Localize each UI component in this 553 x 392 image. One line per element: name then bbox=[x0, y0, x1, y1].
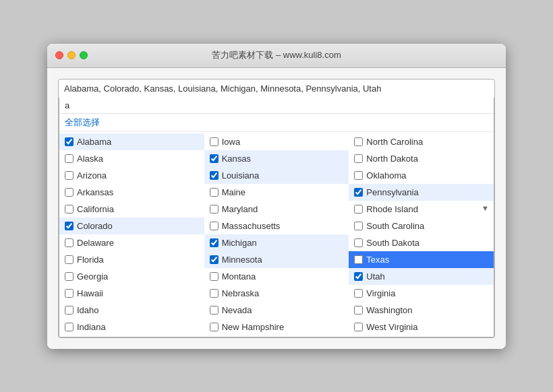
checkbox-Utah[interactable] bbox=[354, 272, 363, 281]
label-Washington: Washington bbox=[366, 305, 412, 315]
option-Iowa[interactable]: Iowa bbox=[204, 133, 349, 150]
checkbox-Massachusetts[interactable] bbox=[210, 222, 219, 230]
checkbox-Michigan[interactable] bbox=[210, 238, 219, 247]
option-Kansas[interactable]: Kansas bbox=[204, 150, 349, 167]
checkbox-SouthCarolina[interactable] bbox=[354, 222, 363, 230]
option-California[interactable]: California bbox=[59, 201, 204, 218]
label-Indiana: Indiana bbox=[77, 322, 106, 332]
option-Alabama[interactable]: Alabama bbox=[59, 133, 204, 150]
checkbox-Florida[interactable] bbox=[65, 255, 74, 264]
label-Louisiana: Louisiana bbox=[222, 170, 260, 181]
option-Florida[interactable]: Florida bbox=[59, 251, 204, 268]
checkbox-Texas[interactable] bbox=[354, 255, 363, 264]
checkbox-RhodeIsland[interactable] bbox=[354, 205, 363, 214]
option-Hawaii[interactable]: Hawaii bbox=[59, 285, 204, 302]
option-NorthCarolina[interactable]: North Carolina bbox=[349, 133, 494, 150]
option-Virginia[interactable]: Virginia bbox=[349, 285, 494, 302]
option-Montana[interactable]: Montana bbox=[204, 268, 349, 285]
label-Maine: Maine bbox=[222, 187, 245, 197]
checkbox-Pennsylvania[interactable] bbox=[354, 188, 363, 197]
checkbox-Iowa[interactable] bbox=[210, 137, 219, 146]
label-Oklahoma: Oklahoma bbox=[366, 170, 406, 181]
option-Utah[interactable]: Utah bbox=[349, 268, 494, 285]
checkbox-NorthCarolina[interactable] bbox=[354, 137, 363, 146]
checkbox-Hawaii[interactable] bbox=[65, 289, 74, 298]
checkbox-Alaska[interactable] bbox=[65, 154, 74, 163]
maximize-button[interactable] bbox=[80, 51, 88, 59]
checkbox-Alabama[interactable] bbox=[65, 137, 74, 146]
label-Iowa: Iowa bbox=[222, 137, 240, 147]
checkbox-Minnesota[interactable] bbox=[210, 255, 219, 264]
option-Minnesota[interactable]: Minnesota bbox=[204, 251, 349, 268]
option-Washington[interactable]: Washington bbox=[349, 302, 494, 319]
select-all-option[interactable]: 全部选择 bbox=[59, 114, 494, 132]
option-Maine[interactable]: Maine bbox=[204, 184, 349, 201]
option-Maryland[interactable]: Maryland bbox=[204, 201, 349, 218]
checkbox-Idaho[interactable] bbox=[65, 306, 74, 315]
label-Colorado: Colorado bbox=[77, 221, 113, 231]
option-Louisiana[interactable]: Louisiana bbox=[204, 167, 349, 184]
option-NorthDakota[interactable]: North Dakota bbox=[349, 150, 494, 167]
option-SouthCarolina[interactable]: South Carolina bbox=[349, 218, 494, 234]
label-Hawaii: Hawaii bbox=[77, 288, 103, 298]
option-Michigan[interactable]: Michigan bbox=[204, 234, 349, 251]
option-Texas[interactable]: Texas bbox=[349, 251, 494, 268]
label-Pennsylvania: Pennsylvania bbox=[366, 187, 418, 197]
checkbox-Kansas[interactable] bbox=[210, 154, 219, 163]
checkbox-NewHampshire[interactable] bbox=[210, 323, 219, 331]
checkbox-WestVirginia[interactable] bbox=[354, 323, 363, 331]
checkbox-NorthDakota[interactable] bbox=[354, 154, 363, 163]
state-dropdown[interactable]: Alabama, Colorado, Kansas, Louisiana, Mi… bbox=[58, 79, 495, 338]
checkbox-Georgia[interactable] bbox=[65, 272, 74, 281]
checkbox-Arizona[interactable] bbox=[65, 171, 74, 180]
checkbox-Maine[interactable] bbox=[210, 188, 219, 197]
minimize-button[interactable] bbox=[67, 51, 76, 59]
option-NewHampshire[interactable]: New Hampshire bbox=[204, 319, 349, 335]
option-Alaska[interactable]: Alaska bbox=[59, 150, 204, 167]
search-input[interactable] bbox=[65, 100, 488, 110]
label-NewHampshire: New Hampshire bbox=[222, 322, 284, 332]
label-Maryland: Maryland bbox=[222, 204, 258, 214]
option-Georgia[interactable]: Georgia bbox=[59, 268, 204, 285]
option-WestVirginia[interactable]: West Virginia bbox=[349, 319, 494, 335]
option-SouthDakota[interactable]: South Dakota bbox=[349, 234, 494, 251]
option-Nebraska[interactable]: Nebraska bbox=[204, 285, 349, 302]
label-Florida: Florida bbox=[77, 255, 104, 265]
option-Pennsylvania[interactable]: Pennsylvania bbox=[349, 184, 494, 201]
checkbox-Nebraska[interactable] bbox=[210, 289, 219, 298]
label-NorthDakota: North Dakota bbox=[366, 154, 418, 164]
option-Nevada[interactable]: Nevada bbox=[204, 302, 349, 319]
option-Colorado[interactable]: Colorado bbox=[59, 218, 204, 234]
option-Oklahoma[interactable]: Oklahoma bbox=[349, 167, 494, 184]
checkbox-Montana[interactable] bbox=[210, 272, 219, 281]
checkbox-Indiana[interactable] bbox=[65, 323, 74, 331]
option-Indiana[interactable]: Indiana bbox=[59, 319, 204, 335]
label-Arizona: Arizona bbox=[77, 170, 107, 181]
dropdown-selected-value[interactable]: Alabama, Colorado, Kansas, Louisiana, Mi… bbox=[59, 79, 494, 98]
label-SouthCarolina: South Carolina bbox=[366, 221, 424, 231]
checkbox-Virginia[interactable] bbox=[354, 289, 363, 298]
dropdown-arrow-icon: ▼ bbox=[482, 204, 489, 212]
checkbox-Maryland[interactable] bbox=[210, 205, 219, 214]
checkbox-SouthDakota[interactable] bbox=[354, 238, 363, 247]
checkbox-California[interactable] bbox=[65, 205, 74, 214]
checkbox-Colorado[interactable] bbox=[65, 222, 74, 230]
option-Delaware[interactable]: Delaware bbox=[59, 234, 204, 251]
checkbox-Oklahoma[interactable] bbox=[354, 171, 363, 180]
titlebar: 苦力吧素材下载 – www.kuli8.com bbox=[47, 44, 506, 68]
option-Arkansas[interactable]: Arkansas bbox=[59, 184, 204, 201]
main-window: 苦力吧素材下载 – www.kuli8.com Alabama, Colorad… bbox=[47, 44, 506, 349]
option-Massachusetts[interactable]: Massachusetts bbox=[204, 218, 349, 234]
checkbox-Nevada[interactable] bbox=[210, 306, 219, 315]
checkbox-Arkansas[interactable] bbox=[65, 188, 74, 197]
checkbox-Delaware[interactable] bbox=[65, 238, 74, 247]
label-RhodeIsland: Rhode Island bbox=[366, 204, 418, 214]
label-Nebraska: Nebraska bbox=[222, 288, 260, 298]
checkbox-Washington[interactable] bbox=[354, 306, 363, 315]
option-Idaho[interactable]: Idaho bbox=[59, 302, 204, 319]
option-RhodeIsland[interactable]: Rhode Island bbox=[349, 201, 494, 218]
close-button[interactable] bbox=[55, 51, 63, 59]
option-Arizona[interactable]: Arizona bbox=[59, 167, 204, 184]
checkbox-Louisiana[interactable] bbox=[210, 171, 219, 180]
label-Texas: Texas bbox=[366, 255, 389, 265]
